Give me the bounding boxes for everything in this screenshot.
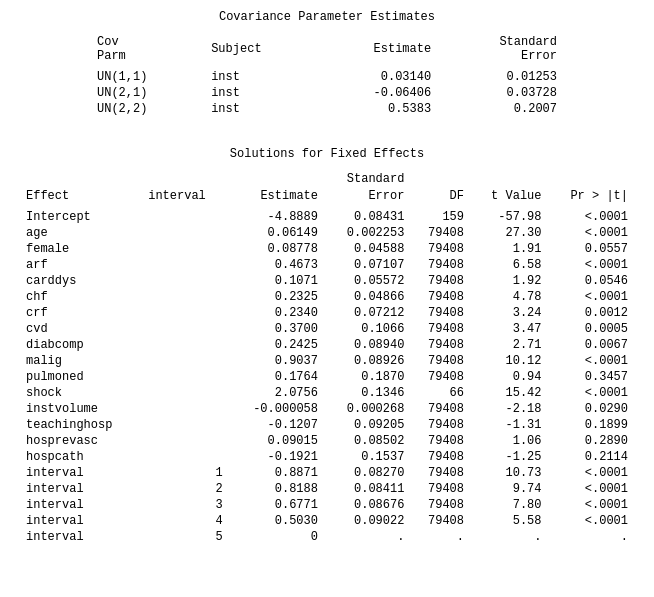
fe-table-row: cvd 0.3700 0.1066 79408 3.47 0.0005 <box>20 321 634 337</box>
fe-estimate-header2: Estimate <box>229 188 324 205</box>
fe-table-row: chf 0.2325 0.04866 79408 4.78 <.0001 <box>20 289 634 305</box>
fe-tval-cell: 15.42 <box>470 385 548 401</box>
fe-stderr-cell: 0.09205 <box>324 417 410 433</box>
fe-interval-cell <box>142 385 228 401</box>
fe-effect-cell: crf <box>20 305 142 321</box>
cov-parm-header-col1: CovParm <box>87 34 201 65</box>
fe-df-cell: . <box>410 529 470 545</box>
fe-tval-cell: 1.91 <box>470 241 548 257</box>
cov-stderr-cell: 0.03728 <box>441 85 567 101</box>
fe-stderr-cell: 0.08270 <box>324 465 410 481</box>
fe-effect-cell: age <box>20 225 142 241</box>
covariance-section: Covariance Parameter Estimates CovParm S… <box>20 10 634 117</box>
cov-stderr-cell: 0.01253 <box>441 69 567 85</box>
fe-prt-cell: <.0001 <box>548 513 634 529</box>
fe-df-cell: 79408 <box>410 321 470 337</box>
fe-df-cell: 79408 <box>410 449 470 465</box>
fe-stderr-cell: 0.1066 <box>324 321 410 337</box>
fe-tval-cell: 4.78 <box>470 289 548 305</box>
fe-stderr-cell: . <box>324 529 410 545</box>
fe-effect-cell: chf <box>20 289 142 305</box>
fe-prt-cell: <.0001 <box>548 353 634 369</box>
cov-subject-header: Subject <box>201 34 315 65</box>
fixed-effects-section: Solutions for Fixed Effects Standard Eff… <box>20 147 634 545</box>
fe-effect-header: Effect <box>20 188 142 205</box>
fe-tval-cell: 3.24 <box>470 305 548 321</box>
fe-interval-cell: 3 <box>142 497 228 513</box>
cov-parm-cell: UN(2,1) <box>87 85 201 101</box>
fe-effect-cell: Intercept <box>20 209 142 225</box>
fe-tval-cell: 7.80 <box>470 497 548 513</box>
fe-interval-cell <box>142 449 228 465</box>
fe-interval-cell <box>142 321 228 337</box>
fe-estimate-cell: 0 <box>229 529 324 545</box>
fe-stderr-cell: 0.07212 <box>324 305 410 321</box>
fe-effect-cell: female <box>20 241 142 257</box>
fe-stderr-cell: 0.000268 <box>324 401 410 417</box>
fe-stderr-cell: 0.04588 <box>324 241 410 257</box>
fe-interval-cell <box>142 225 228 241</box>
fe-prt-cell: 0.2114 <box>548 449 634 465</box>
fe-stderr-cell: 0.08940 <box>324 337 410 353</box>
fe-prt-cell: 0.2890 <box>548 433 634 449</box>
fe-interval-cell: 4 <box>142 513 228 529</box>
covariance-title: Covariance Parameter Estimates <box>20 10 634 24</box>
fe-estimate-cell: 0.8871 <box>229 465 324 481</box>
fe-effect-header-spacer <box>20 171 142 188</box>
fe-estimate-cell: 0.6771 <box>229 497 324 513</box>
fe-table-row: interval 2 0.8188 0.08411 79408 9.74 <.0… <box>20 481 634 497</box>
fe-estimate-cell: 0.2325 <box>229 289 324 305</box>
fe-tval-cell: 2.71 <box>470 337 548 353</box>
fe-effect-cell: pulmoned <box>20 369 142 385</box>
cov-stderr-header: StandardError <box>441 34 567 65</box>
fe-table-row: interval 3 0.6771 0.08676 79408 7.80 <.0… <box>20 497 634 513</box>
fe-tval-cell: 27.30 <box>470 225 548 241</box>
fe-table-row: diabcomp 0.2425 0.08940 79408 2.71 0.006… <box>20 337 634 353</box>
fe-estimate-cell: -0.000058 <box>229 401 324 417</box>
fe-df-cell: 79408 <box>410 225 470 241</box>
fe-estimate-cell: 0.5030 <box>229 513 324 529</box>
fe-table-row: arf 0.4673 0.07107 79408 6.58 <.0001 <box>20 257 634 273</box>
fe-df-cell: 79408 <box>410 401 470 417</box>
fe-tval-cell: 1.92 <box>470 273 548 289</box>
fe-stderr-cell: 0.08676 <box>324 497 410 513</box>
fe-prt-cell: 0.0067 <box>548 337 634 353</box>
fe-interval-cell <box>142 433 228 449</box>
fe-estimate-cell: -4.8889 <box>229 209 324 225</box>
fe-effect-cell: interval <box>20 465 142 481</box>
fe-stderr-cell: 0.05572 <box>324 273 410 289</box>
fe-interval-cell <box>142 273 228 289</box>
fe-stderr-cell: 0.08502 <box>324 433 410 449</box>
fe-effect-cell: interval <box>20 529 142 545</box>
fe-effect-cell: hosprevasc <box>20 433 142 449</box>
fe-df-cell: 79408 <box>410 289 470 305</box>
fe-table-row: hospcath -0.1921 0.1537 79408 -1.25 0.21… <box>20 449 634 465</box>
fe-interval-cell <box>142 417 228 433</box>
fe-interval-cell <box>142 401 228 417</box>
fe-df-header: DF <box>410 188 470 205</box>
fe-stderr-cell: 0.08926 <box>324 353 410 369</box>
cov-estimate-header: Estimate <box>315 34 441 65</box>
fe-tval-cell: 9.74 <box>470 481 548 497</box>
fixed-effects-table: Standard Effect interval Estimate Error … <box>20 171 634 545</box>
fe-effect-cell: interval <box>20 481 142 497</box>
fe-df-cell: 79408 <box>410 513 470 529</box>
fe-prt-cell: 0.3457 <box>548 369 634 385</box>
fe-tval-cell: -57.98 <box>470 209 548 225</box>
fe-estimate-cell: 0.9037 <box>229 353 324 369</box>
fe-effect-cell: instvolume <box>20 401 142 417</box>
fe-table-row: age 0.06149 0.002253 79408 27.30 <.0001 <box>20 225 634 241</box>
fe-prt-header: Pr > |t| <box>548 188 634 205</box>
fe-interval-cell <box>142 289 228 305</box>
fe-prt-cell: <.0001 <box>548 209 634 225</box>
cov-parm-cell: UN(2,2) <box>87 101 201 117</box>
fe-tval-cell: 5.58 <box>470 513 548 529</box>
cov-parm-cell: UN(1,1) <box>87 69 201 85</box>
fe-effect-cell: diabcomp <box>20 337 142 353</box>
fe-df-cell: 79408 <box>410 257 470 273</box>
fe-interval-cell <box>142 353 228 369</box>
fe-table-row: carddys 0.1071 0.05572 79408 1.92 0.0546 <box>20 273 634 289</box>
fe-estimate-cell: 0.2425 <box>229 337 324 353</box>
fe-effect-cell: shock <box>20 385 142 401</box>
fe-table-row: interval 4 0.5030 0.09022 79408 5.58 <.0… <box>20 513 634 529</box>
